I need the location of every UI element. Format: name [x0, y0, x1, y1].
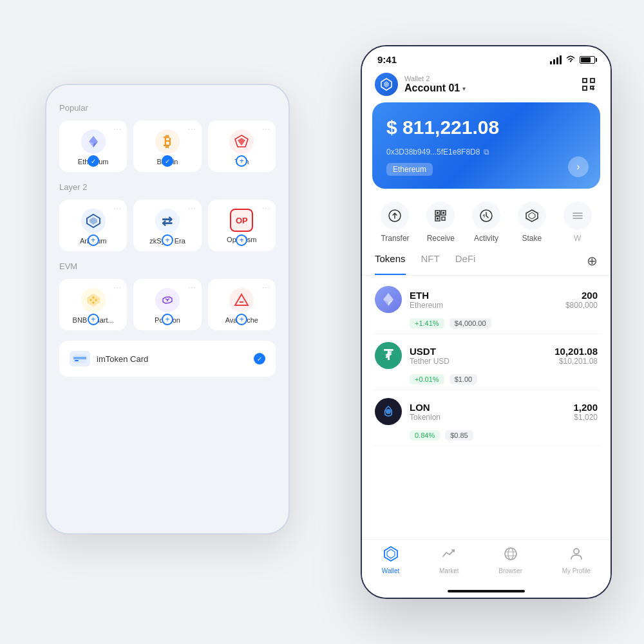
more-icon [564, 202, 592, 230]
check-icon: ✓ [88, 155, 99, 167]
network-card-bitcoin[interactable]: ··· ₿ Bitcoin ✓ [133, 120, 201, 172]
transfer-icon [381, 202, 409, 230]
add-token-icon[interactable]: ⊕ [587, 253, 598, 275]
activity-label: Activity [474, 234, 498, 243]
more-label: W [574, 234, 581, 243]
network-card-tron[interactable]: ··· Tron + [208, 120, 276, 172]
add-icon[interactable]: + [236, 314, 247, 325]
token-usdt-main: ₮ USDT Tether USD 10,201.08 $10,201.08 [375, 342, 598, 369]
stake-icon [518, 202, 546, 230]
nav-browser[interactable]: Browser [498, 546, 522, 574]
network-card-bnb[interactable]: ··· BNB Smart... + [59, 279, 127, 330]
add-icon[interactable]: + [236, 234, 247, 246]
svg-marker-9 [235, 294, 248, 305]
tron-badge: + [236, 155, 247, 167]
usdt-symbol: USDT [410, 346, 554, 357]
network-tag[interactable]: Ethereum [386, 163, 433, 176]
more-dots[interactable]: ··· [113, 124, 122, 133]
token-item-usdt[interactable]: ₮ USDT Tether USD 10,201.08 $10,201.08 +… [372, 334, 600, 390]
tron-icon [229, 129, 254, 154]
svg-rect-31 [437, 218, 439, 220]
svg-rect-17 [583, 79, 587, 82]
eth-name: Ethereum [410, 301, 565, 310]
activity-icon [472, 202, 500, 230]
imtoken-card-row[interactable]: imToken Card ✓ [59, 341, 276, 377]
network-card-arbitrum[interactable]: ··· Arbitrum + [59, 200, 127, 251]
more-dots[interactable]: ··· [262, 283, 270, 292]
lon-tags: 0.84% $0.85 [375, 430, 598, 440]
bottom-nav: Wallet Market [362, 539, 611, 585]
action-more[interactable]: W [564, 202, 592, 243]
nav-wallet[interactable]: Wallet [382, 546, 399, 574]
action-receive[interactable]: Receive [426, 202, 455, 243]
svg-point-46 [508, 548, 513, 560]
add-icon[interactable]: + [88, 234, 99, 246]
more-dots[interactable]: ··· [113, 204, 122, 213]
svg-rect-29 [437, 212, 439, 214]
more-dots[interactable]: ··· [188, 283, 196, 292]
nav-profile[interactable]: My Profile [562, 546, 591, 574]
wallet-subtitle: Wallet 2 [404, 75, 466, 82]
network-card-ethereum[interactable]: ··· Ethereum ✓ [59, 120, 127, 172]
add-icon[interactable]: + [162, 314, 173, 325]
actions-row: Transfer Receive [362, 199, 611, 253]
add-icon[interactable]: + [88, 314, 99, 325]
eth-amount: 200 [565, 290, 598, 301]
tab-defi[interactable]: DeFi [455, 253, 476, 275]
eth-price-tag: $4,000.00 [450, 318, 491, 328]
svg-marker-6 [90, 217, 97, 225]
wallet-nav-icon [383, 546, 399, 565]
arrow-right-icon[interactable]: › [568, 156, 589, 177]
section-layer2-title: Layer 2 [59, 182, 276, 192]
more-dots[interactable]: ··· [113, 283, 122, 292]
scene: Popular ··· Ethereum ✓ [32, 32, 612, 612]
wallet-avatar [375, 73, 398, 96]
lon-info: LON Tokenlon [410, 402, 573, 422]
add-icon[interactable]: + [236, 155, 247, 167]
polygon-icon [155, 288, 180, 312]
network-card-avalanche[interactable]: ··· Avalanche + [208, 279, 276, 330]
receive-icon [426, 202, 455, 230]
lon-usd: $1,020 [573, 413, 598, 422]
svg-point-45 [505, 548, 516, 560]
usdt-values: 10,201.08 $10,201.08 [554, 346, 598, 366]
svg-rect-28 [442, 217, 445, 220]
eth-token-icon [375, 286, 402, 313]
wallet-text: Wallet 2 Account 01 ▾ [404, 75, 466, 94]
token-lon-main: LON Tokenlon 1,200 $1,020 [375, 398, 598, 425]
evm-grid: ··· BNB Smart... + ··· [59, 279, 276, 330]
zksync-badge: + [162, 234, 173, 246]
status-icons [550, 55, 595, 64]
svg-point-42 [386, 409, 391, 414]
network-card-polygon[interactable]: ··· Polygon + [133, 279, 201, 330]
lon-values: 1,200 $1,020 [573, 402, 598, 422]
lon-change-tag: 0.84% [410, 430, 440, 440]
action-transfer[interactable]: Transfer [381, 202, 409, 243]
ethereum-badge: ✓ [88, 155, 99, 167]
action-activity[interactable]: Activity [472, 202, 500, 243]
more-dots[interactable]: ··· [262, 204, 270, 213]
arbitrum-badge: + [88, 234, 99, 246]
more-dots[interactable]: ··· [188, 124, 196, 133]
add-icon[interactable]: + [162, 234, 173, 246]
tab-nft[interactable]: NFT [421, 253, 440, 275]
ethereum-icon [81, 129, 106, 154]
network-card-zksync[interactable]: ··· ⇄ zkSync Era + [133, 200, 201, 251]
nav-market[interactable]: Market [439, 546, 459, 574]
avalanche-badge: + [236, 314, 247, 325]
eth-change-tag: +1.41% [410, 318, 444, 328]
token-item-lon[interactable]: LON Tokenlon 1,200 $1,020 0.84% $0.85 [372, 390, 600, 446]
bnb-icon [81, 288, 106, 312]
tab-tokens[interactable]: Tokens [375, 253, 406, 275]
action-stake[interactable]: Stake [518, 202, 546, 243]
polygon-badge: + [162, 314, 173, 325]
wallet-title-row[interactable]: Account 01 ▾ [404, 82, 466, 94]
more-dots[interactable]: ··· [188, 204, 196, 213]
token-item-eth[interactable]: ETH Ethereum 200 $800,000 +1.41% $4,000.… [372, 278, 600, 334]
network-card-optimism[interactable]: ··· OP Optimism + [208, 200, 276, 251]
copy-icon[interactable]: ⧉ [484, 147, 489, 156]
scan-icon[interactable] [580, 75, 598, 93]
more-dots[interactable]: ··· [262, 124, 270, 133]
browser-nav-icon [503, 546, 518, 565]
lon-amount: 1,200 [573, 402, 598, 413]
